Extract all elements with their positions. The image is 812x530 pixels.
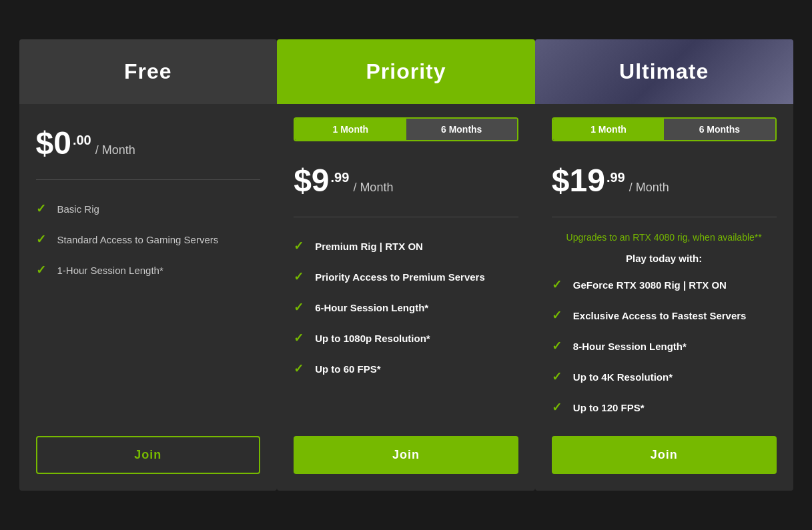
divider-free [36, 179, 261, 180]
price-period-free: / Month [95, 143, 135, 157]
plan-header-ultimate: Ultimate [535, 39, 793, 104]
check-icon-priority-4: ✓ [294, 361, 307, 376]
join-button-priority[interactable]: Join [294, 436, 518, 474]
feature-text-free-1: Standard Access to Gaming Servers [57, 234, 219, 245]
price-section-free: $0.00/ Month [36, 117, 261, 173]
price-period-ultimate: / Month [629, 181, 669, 195]
feature-text-priority-4: Up to 60 FPS* [315, 363, 380, 375]
plan-title-priority: Priority [290, 59, 522, 84]
features-section-ultimate: ✓GeForce RTX 3080 Rig | RTX ON✓Exclusive… [552, 269, 777, 423]
billing-toggle-priority: 1 Month6 Months [294, 117, 518, 141]
check-icon-priority-1: ✓ [294, 269, 307, 284]
feature-item-ultimate-3: ✓Up to 4K Resolution* [552, 361, 777, 392]
check-icon-priority-3: ✓ [294, 331, 307, 345]
feature-text-ultimate-4: Up to 120 FPS* [573, 402, 645, 413]
plan-header-priority: Priority [277, 39, 535, 104]
price-dollar-free: $0 [36, 127, 71, 159]
upgrade-note-ultimate: Upgrades to an RTX 4080 rig, when availa… [552, 231, 777, 245]
check-icon-free-1: ✓ [36, 232, 49, 247]
price-dollar-priority: $9 [294, 165, 329, 197]
feature-item-free-1: ✓Standard Access to Gaming Servers [36, 224, 261, 255]
feature-item-priority-3: ✓Up to 1080p Resolution* [294, 323, 518, 353]
feature-item-ultimate-4: ✓Up to 120 FPS* [552, 392, 777, 423]
toggle-btn-6months-priority[interactable]: 6 Months [406, 119, 517, 140]
feature-item-priority-0: ✓Premium Rig | RTX ON [294, 231, 518, 261]
plan-body-ultimate: 1 Month6 Months$19.99/ MonthUpgrades to … [535, 104, 793, 491]
features-section-free: ✓Basic Rig✓Standard Access to Gaming Ser… [36, 193, 261, 423]
check-icon-priority-2: ✓ [294, 300, 307, 315]
price-cents-priority: .99 [331, 170, 350, 185]
price-period-priority: / Month [353, 181, 393, 195]
toggle-btn-1month-priority[interactable]: 1 Month [295, 119, 406, 140]
plan-card-priority: Priority1 Month6 Months$9.99/ Month✓Prem… [277, 39, 535, 491]
check-icon-ultimate-3: ✓ [552, 369, 565, 384]
feature-item-priority-4: ✓Up to 60 FPS* [294, 353, 518, 384]
price-cents-free: .00 [73, 133, 91, 148]
plan-title-free: Free [33, 59, 264, 84]
plan-header-free: Free [19, 39, 278, 104]
feature-text-ultimate-2: 8-Hour Session Length* [573, 341, 687, 352]
play-today-label-ultimate: Play today with: [552, 253, 777, 264]
plan-title-ultimate: Ultimate [548, 59, 780, 84]
divider-ultimate [552, 217, 777, 217]
check-icon-ultimate-4: ✓ [552, 400, 565, 415]
feature-item-priority-2: ✓6-Hour Session Length* [294, 292, 518, 323]
feature-item-free-2: ✓1-Hour Session Length* [36, 255, 261, 285]
feature-text-priority-1: Priority Access to Premium Servers [315, 271, 485, 283]
feature-text-priority-2: 6-Hour Session Length* [315, 302, 428, 313]
check-icon-ultimate-1: ✓ [552, 308, 565, 323]
plan-body-free: $0.00/ Month✓Basic Rig✓Standard Access t… [19, 104, 278, 491]
divider-priority [294, 217, 518, 217]
toggle-btn-6months-ultimate[interactable]: 6 Months [664, 119, 775, 140]
check-icon-priority-0: ✓ [294, 239, 307, 253]
check-icon-free-0: ✓ [36, 201, 49, 216]
feature-item-ultimate-2: ✓8-Hour Session Length* [552, 331, 777, 361]
price-display-ultimate: $19.99/ Month [552, 165, 777, 197]
toggle-btn-1month-ultimate[interactable]: 1 Month [553, 119, 664, 140]
feature-text-free-0: Basic Rig [57, 203, 99, 215]
price-display-priority: $9.99/ Month [294, 165, 518, 197]
feature-item-ultimate-0: ✓GeForce RTX 3080 Rig | RTX ON [552, 269, 777, 300]
plan-card-free: Free$0.00/ Month✓Basic Rig✓Standard Acce… [19, 39, 278, 491]
feature-text-ultimate-1: Exclusive Access to Fastest Servers [573, 310, 747, 321]
feature-text-free-2: 1-Hour Session Length* [57, 265, 163, 276]
feature-text-ultimate-3: Up to 4K Resolution* [573, 371, 673, 383]
feature-text-priority-3: Up to 1080p Resolution* [315, 333, 430, 344]
price-dollar-ultimate: $19 [552, 165, 605, 197]
billing-toggle-ultimate: 1 Month6 Months [552, 117, 777, 141]
price-cents-ultimate: .99 [606, 170, 625, 185]
feature-item-free-0: ✓Basic Rig [36, 193, 261, 224]
feature-text-ultimate-0: GeForce RTX 3080 Rig | RTX ON [573, 279, 727, 291]
pricing-container: Free$0.00/ Month✓Basic Rig✓Standard Acce… [19, 39, 793, 491]
price-section-priority: $9.99/ Month [294, 155, 518, 210]
plan-body-priority: 1 Month6 Months$9.99/ Month✓Premium Rig … [277, 104, 535, 491]
plan-card-ultimate: Ultimate1 Month6 Months$19.99/ MonthUpgr… [535, 39, 793, 491]
features-section-priority: ✓Premium Rig | RTX ON✓Priority Access to… [294, 231, 518, 423]
check-icon-free-2: ✓ [36, 263, 49, 277]
feature-item-priority-1: ✓Priority Access to Premium Servers [294, 261, 518, 292]
check-icon-ultimate-0: ✓ [552, 277, 565, 292]
feature-text-priority-0: Premium Rig | RTX ON [315, 241, 423, 252]
join-button-free[interactable]: Join [36, 436, 261, 474]
price-display-free: $0.00/ Month [36, 127, 261, 159]
check-icon-ultimate-2: ✓ [552, 339, 565, 353]
join-button-ultimate[interactable]: Join [552, 436, 777, 474]
price-section-ultimate: $19.99/ Month [552, 155, 777, 210]
feature-item-ultimate-1: ✓Exclusive Access to Fastest Servers [552, 300, 777, 331]
